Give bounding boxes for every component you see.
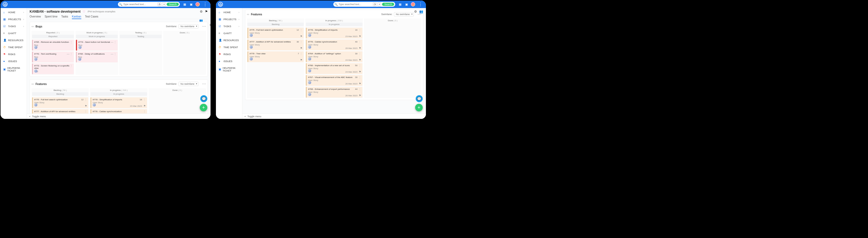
card-menu-icon[interactable]: ⋮ bbox=[358, 76, 361, 79]
sidebar-item-tasks[interactable]: ☑TASKS bbox=[217, 23, 241, 30]
kanban-column[interactable]: Testing ( 0 )Testing bbox=[119, 31, 162, 75]
kanban-card[interactable]: #775 - Full text search optimizationUser… bbox=[32, 97, 88, 108]
assignee-avatar[interactable] bbox=[308, 45, 311, 49]
assignee-avatar[interactable] bbox=[34, 69, 37, 73]
search-box[interactable]: 🔍 ◔ ≡ Search bbox=[333, 2, 395, 7]
kanban-card[interactable]: #773 - Screen flickering on a specific v… bbox=[32, 64, 74, 74]
sidebar-item-tasks[interactable]: ☑TASKS bbox=[2, 23, 26, 30]
card-menu-icon[interactable]: ⋮ bbox=[358, 29, 361, 32]
kanban-card[interactable]: #774 - Save button not functionalBug—⋮ bbox=[76, 40, 118, 50]
section-menu-icon[interactable]: ⋯ bbox=[202, 82, 206, 86]
kanban-column[interactable]: In progress ( 210 )In progress#778 - Sim… bbox=[305, 19, 363, 98]
card-menu-icon[interactable]: ⋮ bbox=[300, 29, 303, 32]
collapse-icon[interactable]: ▭ bbox=[31, 82, 34, 85]
calendar-icon[interactable]: ▦ bbox=[398, 2, 402, 6]
kanban-card[interactable]: #768 - Enhancement of export performance… bbox=[306, 87, 362, 98]
sidebar-item-helpdesk-ticket[interactable]: ▣HELPDESK TICKET bbox=[2, 65, 26, 74]
card-menu-icon[interactable]: ⋮ bbox=[114, 53, 117, 56]
flag-icon[interactable]: ⚑ bbox=[359, 59, 361, 61]
flag-icon[interactable]: ⚑ bbox=[85, 105, 87, 107]
kanban-card[interactable]: #778 - Simplification of importsUser Sto… bbox=[90, 97, 147, 108]
kanban-card[interactable]: #776 - Caldav synchronizationUser Story4… bbox=[306, 39, 362, 50]
collapse-menu-icon[interactable]: « bbox=[244, 115, 246, 118]
logo-icon[interactable]: ⏻ bbox=[218, 2, 223, 7]
search-filter-2[interactable]: ≡ bbox=[162, 2, 166, 6]
sidebar-item-gantt[interactable]: ≡GANTT bbox=[2, 30, 26, 37]
kanban-card[interactable]: #769 - Delay of notificationsBug—⋮ bbox=[76, 52, 118, 62]
kanban-column[interactable]: Backlog ( 50 )Backlog#775 - Full text se… bbox=[247, 19, 304, 98]
kanban-card[interactable]: #777 - Addition of API for advanced enti… bbox=[247, 39, 304, 50]
search-button[interactable]: Search bbox=[167, 3, 179, 6]
flag-icon[interactable]: ⚑ bbox=[300, 59, 302, 61]
flag-icon[interactable]: ⚑ bbox=[359, 47, 361, 49]
inbox-icon[interactable]: ▣ bbox=[189, 2, 193, 6]
kanban-card[interactable]: #775 - Full text search optimizationUser… bbox=[247, 28, 304, 38]
assignee-avatar[interactable] bbox=[250, 57, 253, 61]
kanban-card[interactable]: #770 - Text overflowingBug—⋮ bbox=[32, 52, 74, 62]
flag-icon[interactable]: ⚑ bbox=[359, 82, 361, 85]
gear-icon[interactable]: ⚙ bbox=[414, 10, 417, 13]
search-box[interactable]: 🔍 ◔ ≡ Search bbox=[118, 2, 180, 7]
swimlane-select[interactable]: No swimlane bbox=[179, 82, 198, 86]
tab-spent-time[interactable]: Spent time bbox=[45, 15, 58, 18]
card-menu-icon[interactable]: ⋮ bbox=[358, 40, 361, 44]
card-menu-icon[interactable]: ⋮ bbox=[358, 64, 361, 68]
search-filter-1[interactable]: ◔ bbox=[373, 2, 377, 6]
search-button[interactable]: Search bbox=[382, 3, 394, 6]
breadcrumb[interactable]: /PM techniques examples bbox=[88, 10, 115, 13]
assignee-avatar[interactable] bbox=[250, 45, 253, 49]
card-menu-icon[interactable]: ⋮ bbox=[70, 53, 73, 56]
kanban-column[interactable]: Work in progress ( 0 )Work in progress#7… bbox=[75, 31, 118, 75]
sidebar-item-projects[interactable]: ▦PROJECTS bbox=[2, 16, 26, 23]
inbox-icon[interactable]: ▣ bbox=[404, 2, 409, 6]
section-gear-icon[interactable]: ⚙ bbox=[210, 23, 211, 27]
search-filter-2[interactable]: ≡ bbox=[377, 2, 381, 6]
card-menu-icon[interactable]: ⋮ bbox=[358, 52, 361, 56]
card-menu-icon[interactable]: ⋮ bbox=[84, 110, 87, 113]
avatar[interactable] bbox=[411, 2, 415, 6]
assignee-avatar[interactable] bbox=[34, 46, 37, 49]
avatar[interactable] bbox=[195, 2, 200, 6]
card-menu-icon[interactable]: ⋮ bbox=[114, 41, 117, 44]
kanban-column[interactable]: Done ( 0 ) bbox=[364, 19, 421, 98]
flag-icon[interactable]: ⚑ bbox=[144, 105, 146, 107]
assignee-avatar[interactable] bbox=[250, 34, 253, 37]
toggle-menu[interactable]: Toggle menu bbox=[32, 115, 46, 118]
more-icon[interactable]: ⋮ bbox=[417, 2, 424, 7]
more-icon[interactable]: ⋮ bbox=[202, 2, 208, 7]
gear-icon[interactable]: ⚙ bbox=[200, 10, 203, 13]
card-menu-icon[interactable]: ⋮ bbox=[358, 88, 361, 91]
sidebar-item-helpdesk-ticket[interactable]: ▣HELPDESK TICKET bbox=[217, 65, 241, 74]
sidebar-item-time-spent[interactable]: ⏱TIME SPENT bbox=[217, 44, 241, 50]
assignee-avatar[interactable] bbox=[78, 58, 81, 61]
tab-kanban[interactable]: Kanban bbox=[72, 15, 81, 19]
swimlane-select[interactable]: No swimlane bbox=[179, 24, 198, 29]
assignee-avatar[interactable] bbox=[93, 103, 96, 106]
sidebar-item-resources[interactable]: 👤RESOURCES bbox=[217, 37, 241, 43]
add-fab[interactable]: + bbox=[415, 104, 423, 111]
flag-icon[interactable]: ⚑ bbox=[359, 70, 361, 73]
swimlane-select[interactable]: No swimlane bbox=[394, 12, 414, 16]
assignee-avatar[interactable] bbox=[34, 103, 37, 106]
search-input[interactable] bbox=[123, 3, 157, 6]
card-menu-icon[interactable]: ⋮ bbox=[70, 41, 73, 44]
sidebar-item-home[interactable]: ⌂HOME bbox=[2, 9, 26, 15]
heart-icon[interactable]: ♡ bbox=[83, 10, 85, 13]
assignee-avatar[interactable] bbox=[34, 58, 37, 61]
assignee-avatar[interactable] bbox=[308, 57, 311, 61]
card-menu-icon[interactable]: ⋮ bbox=[70, 64, 73, 68]
sidebar-item-resources[interactable]: 👤RESOURCES bbox=[2, 37, 26, 43]
sidebar-item-gantt[interactable]: ≡GANTT bbox=[217, 30, 241, 37]
tab-test-cases[interactable]: Test Cases bbox=[85, 15, 98, 18]
search-filter-1[interactable]: ◔ bbox=[157, 2, 161, 6]
assignee-avatar[interactable] bbox=[308, 34, 311, 37]
card-menu-icon[interactable]: ⋮ bbox=[143, 110, 146, 113]
flag-icon[interactable]: ⚑ bbox=[300, 35, 302, 38]
add-fab[interactable]: + bbox=[200, 104, 207, 111]
kanban-card[interactable]: #765 - Remove an obsolete functionBug—⋮ bbox=[32, 40, 74, 50]
assignee-avatar[interactable] bbox=[308, 69, 311, 72]
logo-icon[interactable]: ⏻ bbox=[3, 2, 7, 7]
kanban-card[interactable]: #778 - Simplification of importsUser Sto… bbox=[306, 28, 362, 38]
kanban-card[interactable]: #779 - Tree viewUser Story7⋮⚑ bbox=[247, 52, 304, 62]
kanban-column[interactable]: Done ( 0 ) bbox=[163, 31, 206, 75]
